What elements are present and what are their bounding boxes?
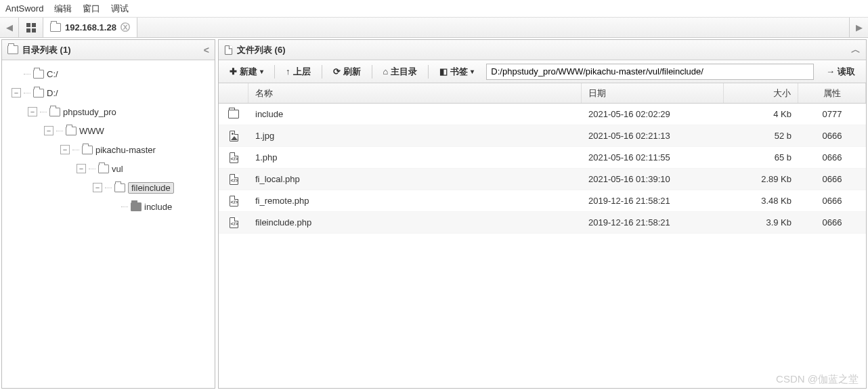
tree-node-phpstudy[interactable]: − phpstudy_pro <box>5 102 212 121</box>
tab-nav-left[interactable]: ◀ <box>0 18 19 37</box>
file-name: fi_remote.php <box>248 196 582 206</box>
file-date: 2021-05-16 01:39:10 <box>582 174 724 184</box>
menu-window[interactable]: 窗口 <box>83 3 100 15</box>
table-row[interactable]: include2021-05-16 02:02:294 Kb0777 <box>219 104 866 125</box>
file-toolbar: ✚ 新建 ▾ ↑ 上层 ⟳ 刷新 ⌂ 主目录 ◧ 书签 <box>219 60 866 83</box>
tree-node-c[interactable]: C:/ <box>5 64 212 83</box>
folder-icon <box>33 89 44 98</box>
main: 目录列表 (1) < C:/ − D:/ − phpstudy_pro <box>0 38 868 390</box>
directory-panel-header: 目录列表 (1) < <box>2 40 215 60</box>
filelist-panel-title: 文件列表 (6) <box>237 44 286 56</box>
col-attr[interactable]: 属性 <box>798 83 866 103</box>
col-size[interactable]: 大小 <box>724 83 798 103</box>
collapse-icon[interactable]: − <box>77 164 86 173</box>
folder-icon <box>7 45 18 54</box>
file-attr: 0777 <box>798 109 866 119</box>
grid-icon <box>26 23 36 32</box>
col-date[interactable]: 日期 <box>582 83 724 103</box>
chevron-down-icon: ▾ <box>260 68 263 75</box>
close-icon[interactable]: ⓧ <box>121 22 130 34</box>
table-row[interactable]: </>1.php2021-05-16 02:11:5565 b0666 <box>219 147 866 169</box>
folder-icon <box>131 202 142 211</box>
menu-debug[interactable]: 调试 <box>111 3 129 15</box>
tree-label: C:/ <box>47 69 58 79</box>
directory-panel: 目录列表 (1) < C:/ − D:/ − phpstudy_pro <box>1 39 215 389</box>
menubar: AntSword 编辑 窗口 调试 <box>0 0 868 18</box>
col-icon[interactable] <box>219 83 248 103</box>
tab-nav-right[interactable]: ▶ <box>849 18 868 37</box>
collapse-icon[interactable]: − <box>28 107 37 116</box>
file-size: 52 b <box>724 131 798 141</box>
refresh-button[interactable]: ⟳ 刷新 <box>328 63 366 81</box>
folder-icon <box>33 70 44 79</box>
file-size: 2.89 Kb <box>724 174 798 184</box>
tab-home[interactable] <box>19 18 43 37</box>
file-date: 2021-05-16 02:11:55 <box>582 152 724 162</box>
refresh-label: 刷新 <box>343 66 361 78</box>
folder-icon <box>50 23 61 32</box>
tree-label: include <box>144 202 172 212</box>
tree-node-include[interactable]: include <box>5 197 212 216</box>
arrow-up-icon: ↑ <box>286 66 290 77</box>
plus-icon: ✚ <box>230 66 237 77</box>
bookmark-button[interactable]: ◧ 书签 ▾ <box>434 63 479 81</box>
tree-node-d[interactable]: − D:/ <box>5 83 212 102</box>
up-label: 上层 <box>293 66 311 78</box>
table-row[interactable]: </>fileinclude.php2019-12-16 21:58:213.9… <box>219 212 866 234</box>
menu-edit[interactable]: 编辑 <box>54 3 72 15</box>
collapse-icon[interactable]: − <box>60 145 70 154</box>
bookmark-label: 书签 <box>450 66 468 78</box>
tree-node-pikachu[interactable]: − pikachu-master <box>5 140 212 159</box>
chevron-down-icon: ▾ <box>471 68 474 75</box>
file-attr: 0666 <box>798 131 866 141</box>
tree-leaf-icon <box>109 202 118 211</box>
folder-icon <box>98 165 109 173</box>
collapse-up-icon[interactable]: ︿ <box>851 44 861 56</box>
collapse-icon[interactable]: − <box>44 126 53 135</box>
tree-node-www[interactable]: − WWW <box>5 121 212 140</box>
col-name[interactable]: 名称 <box>248 83 582 103</box>
tree-label: D:/ <box>47 88 58 98</box>
file-size: 4 Kb <box>724 109 798 119</box>
tree-leaf-icon <box>12 69 21 79</box>
path-input[interactable] <box>486 64 814 80</box>
file-attr: 0666 <box>798 217 866 228</box>
new-label: 新建 <box>240 66 257 78</box>
tree-node-fileinclude[interactable]: − fileinclude <box>5 178 212 197</box>
bookmark-icon: ◧ <box>439 66 448 77</box>
tree-label: vul <box>112 164 123 174</box>
file-attr: 0666 <box>798 152 866 162</box>
app-title: AntSword <box>5 3 43 14</box>
file-attr: 0666 <box>798 196 866 206</box>
home-label: 主目录 <box>391 66 417 78</box>
table-row[interactable]: </>fi_local.php2021-05-16 01:39:102.89 K… <box>219 169 866 190</box>
refresh-icon: ⟳ <box>333 66 341 77</box>
new-button[interactable]: ✚ 新建 ▾ <box>224 63 269 81</box>
table-row[interactable]: </>fi_remote.php2019-12-16 21:58:213.48 … <box>219 190 866 212</box>
file-name: 1.php <box>248 152 582 162</box>
up-button[interactable]: ↑ 上层 <box>280 63 316 81</box>
collapse-left-icon[interactable]: < <box>204 45 209 56</box>
file-size: 3.9 Kb <box>724 217 798 228</box>
read-button[interactable]: → 读取 <box>821 63 861 81</box>
tree-label: fileinclude <box>128 182 174 194</box>
tree-label: pikachu-master <box>95 145 156 155</box>
tab-ip[interactable]: 192.168.1.28 ⓧ <box>43 18 137 37</box>
filelist-panel-header: 文件列表 (6) ︿ <box>219 40 866 60</box>
image-file-icon <box>230 131 238 142</box>
collapse-icon[interactable]: − <box>93 183 102 192</box>
file-name: fileinclude.php <box>248 217 582 228</box>
tree-label: WWW <box>79 126 104 136</box>
file-date: 2021-05-16 02:21:13 <box>582 131 724 141</box>
tree-node-vul[interactable]: − vul <box>5 159 212 178</box>
home-button[interactable]: ⌂ 主目录 <box>378 63 423 81</box>
code-file-icon: </> <box>230 196 238 207</box>
collapse-icon[interactable]: − <box>12 88 21 98</box>
directory-panel-title: 目录列表 (1) <box>22 44 71 56</box>
folder-icon <box>66 127 77 135</box>
file-date: 2019-12-16 21:58:21 <box>582 196 724 206</box>
file-table-header: 名称 日期 大小 属性 <box>219 83 866 104</box>
home-icon: ⌂ <box>383 66 389 77</box>
table-row[interactable]: 1.jpg2021-05-16 02:21:1352 b0666 <box>219 125 866 147</box>
directory-tree: C:/ − D:/ − phpstudy_pro − WWW − <box>2 60 215 388</box>
